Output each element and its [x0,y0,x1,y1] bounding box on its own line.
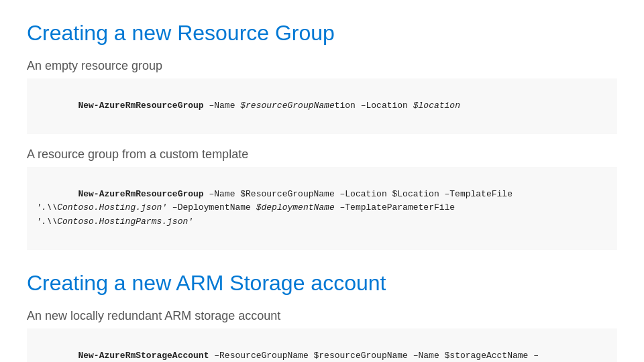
code-var-1: $resourceGroupName [240,101,334,111]
subsection-custom-label: A resource group from a custom template [27,147,617,162]
code-cmd-2: New-AzureRmResourceGroup [78,189,203,199]
code-text-3: –Name $ResourceGroupName –Location $Loca… [204,189,513,199]
code-cmd-1: New-AzureRmResourceGroup [78,101,203,111]
code-text-1: –Name [204,101,241,111]
code-var-4: $deploymentName [256,202,335,213]
code-text-5: –TemplateParameterFile [335,202,455,213]
code-cmd-3: New-AzureRmStorageAccount [78,351,209,361]
code-var-3: '.\\Contoso.Hosting.json' [36,202,167,213]
section-storage-account: Creating a new ARM Storage account An ne… [27,270,617,362]
subsection-custom-template: A resource group from a custom template … [27,147,617,250]
page-container: Creating a new Resource Group An empty r… [27,20,617,362]
subsection-lrs-storage: An new locally redundant ARM storage acc… [27,309,617,362]
code-custom-template: New-AzureRmResourceGroup –Name $Resource… [27,167,617,250]
section-storage-title: Creating a new ARM Storage account [27,270,617,296]
code-var-5: '.\\Contoso.HostingParms.json' [36,217,193,227]
section-resource-group-title: Creating a new Resource Group [27,20,617,46]
subsection-lrs-label: An new locally redundant ARM storage acc… [27,309,617,323]
code-text-4: –DeploymentName [167,202,256,213]
code-empty-resource-group: New-AzureRmResourceGroup –Name $resource… [27,78,617,133]
subsection-empty-label: An empty resource group [27,59,617,73]
code-var-2: $location [413,101,460,111]
code-lrs-storage: New-AzureRmStorageAccount –ResourceGroup… [27,328,617,362]
subsection-empty-resource-group: An empty resource group New-AzureRmResou… [27,59,617,133]
section-resource-group: Creating a new Resource Group An empty r… [27,20,617,250]
code-text-2: tion –Location [335,101,413,111]
